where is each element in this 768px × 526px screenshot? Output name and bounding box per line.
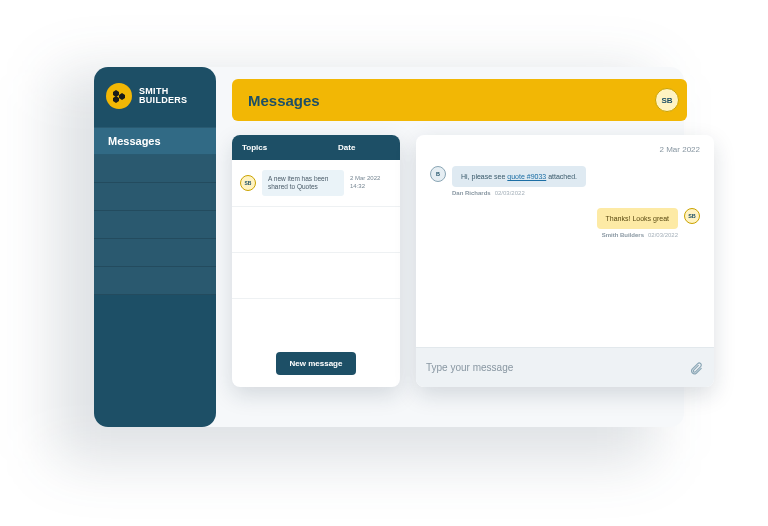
topic-avatar: SB: [240, 175, 256, 191]
chat-message-incoming: B Hi, please see quote #9033 attached. D…: [430, 166, 700, 196]
message-meta: Dan Richards02/03/2022: [452, 190, 586, 196]
topic-text: A new item has been shared to Quotes: [262, 170, 344, 196]
page-title: Messages: [248, 92, 320, 109]
sidebar-item-blank[interactable]: .: [94, 155, 216, 183]
svg-marker-0: [113, 90, 119, 97]
page-header: Messages SB: [232, 79, 687, 121]
topic-date: 2 Mar 2022 14:32: [350, 175, 392, 191]
topics-col-topics: Topics: [242, 143, 338, 152]
chat-panel: 2 Mar 2022 B Hi, please see quote #9033 …: [416, 135, 714, 387]
quote-link[interactable]: quote #9033: [507, 173, 546, 180]
message-bubble: Hi, please see quote #9033 attached.: [452, 166, 586, 187]
new-message-button[interactable]: New message: [276, 352, 357, 375]
topics-footer: New message: [232, 340, 400, 387]
brand-text: SMITH BUILDERS: [139, 87, 187, 105]
message-avatar: B: [430, 166, 446, 182]
message-avatar: SB: [684, 208, 700, 224]
topic-row[interactable]: SB A new item has been shared to Quotes …: [232, 160, 400, 207]
topics-header: Topics Date: [232, 135, 400, 160]
message-meta: Smith Builders02/03/2022: [602, 232, 678, 238]
app-window: SMITH BUILDERS Messages . . . . . Messag…: [94, 67, 684, 427]
chat-body: B Hi, please see quote #9033 attached. D…: [416, 160, 714, 347]
sidebar: SMITH BUILDERS Messages . . . . .: [94, 67, 216, 427]
sidebar-item-blank[interactable]: .: [94, 267, 216, 295]
message-bubble: Thanks! Looks great: [597, 208, 678, 229]
brand-name-line2: BUILDERS: [139, 96, 187, 105]
chat-message-outgoing: SB Thanks! Looks great Smith Builders02/…: [430, 208, 700, 238]
current-user-avatar[interactable]: SB: [655, 88, 679, 112]
topics-panel: Topics Date SB A new item has been share…: [232, 135, 400, 387]
compose-bar: [416, 347, 714, 387]
topic-row-empty: [232, 207, 400, 253]
sidebar-item-blank[interactable]: .: [94, 239, 216, 267]
chat-date: 2 Mar 2022: [416, 135, 714, 160]
svg-marker-2: [113, 96, 119, 103]
sidebar-item-blank[interactable]: .: [94, 211, 216, 239]
sidebar-item-blank[interactable]: .: [94, 183, 216, 211]
sidebar-item-label: Messages: [108, 135, 161, 147]
topic-row-empty: [232, 253, 400, 299]
attach-icon[interactable]: [688, 360, 704, 376]
brand: SMITH BUILDERS: [94, 83, 216, 127]
topics-col-date: Date: [338, 143, 390, 152]
compose-input[interactable]: [426, 362, 680, 373]
main: Messages SB Topics Date SB A new item ha…: [216, 67, 714, 427]
svg-marker-1: [119, 93, 125, 100]
sidebar-item-messages[interactable]: Messages: [94, 127, 216, 155]
topics-list: SB A new item has been shared to Quotes …: [232, 160, 400, 340]
brand-logo-icon: [106, 83, 132, 109]
